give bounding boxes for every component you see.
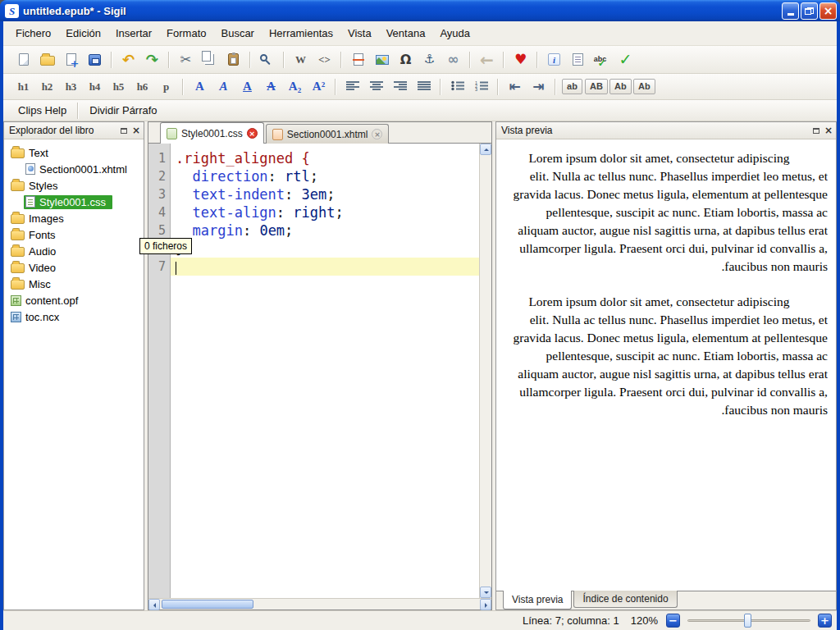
- outdent-button[interactable]: ⇤: [504, 76, 526, 98]
- paragraph-button[interactable]: p: [155, 76, 177, 98]
- menu-herramientas[interactable]: Herramientas: [262, 24, 340, 43]
- tab-close-icon[interactable]: ×: [247, 128, 258, 139]
- subscript-button[interactable]: A₂: [284, 76, 306, 98]
- donate-button[interactable]: ♥: [509, 49, 532, 71]
- menu-vista[interactable]: Vista: [340, 24, 379, 43]
- code-view-button[interactable]: <>: [313, 49, 336, 71]
- bottom-tab-vista-previa[interactable]: Vista previa: [503, 591, 572, 609]
- tree-item-images[interactable]: Images: [4, 210, 144, 226]
- lowercase-button[interactable]: ab: [561, 76, 583, 98]
- scroll-down-icon[interactable]: [480, 587, 491, 598]
- zoom-slider-handle[interactable]: [744, 614, 751, 628]
- undo-button[interactable]: ↶: [117, 49, 139, 71]
- close-panel-icon[interactable]: ×: [132, 126, 140, 135]
- save-button[interactable]: [84, 49, 106, 71]
- paste-button[interactable]: [222, 49, 244, 71]
- indent-button[interactable]: ⇥: [527, 76, 550, 98]
- align-justify-button[interactable]: [413, 76, 435, 98]
- scroll-up-icon[interactable]: [480, 144, 491, 155]
- scroll-right-icon[interactable]: [480, 599, 491, 610]
- heading-3-button[interactable]: h3: [60, 76, 82, 98]
- tree-item-video[interactable]: Video: [4, 259, 144, 276]
- restore-button[interactable]: [801, 2, 818, 20]
- tree-item-audio[interactable]: Audio: [4, 243, 144, 259]
- heading-2-button[interactable]: h2: [36, 76, 58, 98]
- split-section-button[interactable]: [347, 49, 369, 71]
- close-button[interactable]: ×: [819, 2, 837, 20]
- titlecase-button[interactable]: Ab: [609, 76, 632, 98]
- find-button[interactable]: [256, 49, 278, 71]
- special-character-button[interactable]: Ω: [395, 49, 417, 71]
- heading-4-button[interactable]: h4: [84, 76, 106, 98]
- menu-ayuda[interactable]: Ayuda: [432, 24, 477, 43]
- copy-button[interactable]: [199, 49, 221, 71]
- tree-item-section0001-xhtml[interactable]: Section0001.xhtml: [4, 161, 144, 177]
- tree-item-styles[interactable]: Styles: [4, 177, 144, 194]
- float-preview-icon[interactable]: [813, 128, 819, 134]
- w-button[interactable]: W: [290, 49, 312, 71]
- tree-item-toc-ncx[interactable]: toc.ncx: [4, 308, 144, 325]
- scroll-left-icon[interactable]: [148, 599, 160, 610]
- align-right-button[interactable]: [389, 76, 411, 98]
- zoom-slider[interactable]: [687, 619, 810, 622]
- italic-button[interactable]: A: [212, 76, 235, 98]
- code-line-2[interactable]: 2 direction: rtl;: [148, 167, 479, 185]
- heading-6-button[interactable]: h6: [131, 76, 153, 98]
- back-button[interactable]: ←: [476, 49, 498, 71]
- clip-clips-help[interactable]: Clips Help: [11, 102, 73, 119]
- spellcheck-button[interactable]: abc: [591, 49, 613, 71]
- code-line-1[interactable]: 1.right_aligned {: [148, 149, 479, 167]
- minimize-button[interactable]: [782, 2, 799, 20]
- add-existing-file-button[interactable]: [60, 49, 82, 71]
- redo-button[interactable]: ↷: [141, 49, 163, 71]
- menu-insertar[interactable]: Insertar: [108, 24, 159, 43]
- insert-link-button[interactable]: ∞: [442, 49, 464, 71]
- validate-epub-button[interactable]: ✓: [614, 49, 637, 71]
- title-bar[interactable]: S untitled.epub* - Sigil ×: [0, 0, 840, 21]
- code-editor[interactable]: 1.right_aligned {2 direction: rtl;3 text…: [148, 144, 479, 598]
- superscript-button[interactable]: A²: [308, 76, 330, 98]
- menu-formato[interactable]: Formato: [159, 24, 213, 43]
- heading-5-button[interactable]: h5: [107, 76, 130, 98]
- strikethrough-button[interactable]: A: [260, 76, 282, 98]
- capitalize-button[interactable]: Ab: [633, 76, 655, 98]
- code-line-3[interactable]: 3 text-indent: 3em;: [148, 185, 479, 203]
- bottom-tab-ndice-de-contenido[interactable]: Índice de contenido: [573, 591, 677, 608]
- underline-button[interactable]: A: [236, 76, 258, 98]
- code-line-7[interactable]: 7: [148, 258, 479, 276]
- tree-item-fonts[interactable]: Fonts: [4, 226, 144, 243]
- tree-item-text[interactable]: Text: [4, 144, 144, 161]
- tab-section0001-xhtml[interactable]: Section0001.xhtml×: [266, 124, 390, 144]
- menu-edici-n[interactable]: Edición: [58, 24, 108, 43]
- tab-style0001-css[interactable]: Style0001.css×: [160, 122, 264, 144]
- menu-buscar[interactable]: Buscar: [213, 24, 261, 43]
- anchor-button[interactable]: ⚓: [418, 49, 441, 71]
- tree-item-style0001-css[interactable]: Style0001.css: [4, 194, 144, 210]
- code-line-4[interactable]: 4 text-align: right;: [148, 203, 479, 221]
- align-left-button[interactable]: [341, 76, 363, 98]
- menu-fichero[interactable]: Fichero: [8, 24, 58, 43]
- float-panel-icon[interactable]: [121, 128, 127, 134]
- uppercase-button[interactable]: AB: [585, 76, 608, 98]
- bullet-list-button[interactable]: [446, 76, 468, 98]
- editor-horizontal-scrollbar[interactable]: [148, 598, 491, 609]
- insert-image-button[interactable]: [371, 49, 393, 71]
- new-file-button[interactable]: [12, 49, 34, 71]
- numbered-list-button[interactable]: 123: [470, 76, 492, 98]
- bold-button[interactable]: A: [189, 76, 211, 98]
- heading-1-button[interactable]: h1: [12, 76, 34, 98]
- zoom-out-button[interactable]: −: [666, 614, 680, 628]
- cut-button[interactable]: ✂: [175, 49, 197, 71]
- tree-item-misc[interactable]: Misc: [4, 276, 144, 292]
- code-line-6[interactable]: 6}: [148, 240, 479, 258]
- align-center-button[interactable]: [365, 76, 387, 98]
- editor-vertical-scrollbar[interactable]: [479, 144, 491, 598]
- open-file-button[interactable]: [36, 49, 58, 71]
- table-of-contents-button[interactable]: [567, 49, 589, 71]
- tree-item-content-opf[interactable]: content.opf: [4, 292, 144, 308]
- zoom-in-button[interactable]: +: [818, 614, 832, 628]
- close-preview-icon[interactable]: ×: [824, 126, 833, 135]
- horizontal-scrollbar-thumb[interactable]: [162, 600, 253, 609]
- menu-ventana[interactable]: Ventana: [379, 24, 433, 43]
- code-line-5[interactable]: 5 margin: 0em;: [148, 221, 479, 240]
